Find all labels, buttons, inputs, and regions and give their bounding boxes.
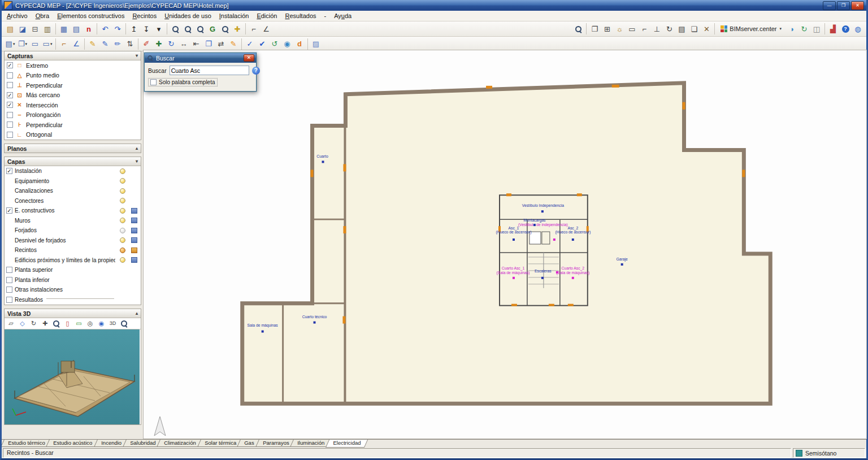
reports-icon[interactable]: ▦ bbox=[58, 23, 70, 35]
layer-forjados[interactable]: Forjados bbox=[5, 225, 141, 236]
resources-icon[interactable]: ▟ bbox=[827, 23, 839, 35]
chevron-up-icon[interactable]: ▴ bbox=[136, 311, 138, 316]
regen-views-icon[interactable]: ↻ bbox=[663, 23, 675, 35]
web-icon[interactable]: ◍ bbox=[852, 23, 864, 35]
floor-up-icon[interactable]: ↥ bbox=[128, 23, 140, 35]
zoom-region-icon[interactable] bbox=[169, 23, 181, 35]
zoom-extents-icon[interactable] bbox=[194, 23, 206, 35]
measure-icon[interactable]: ↔ bbox=[177, 38, 190, 50]
panel-vista3d-header[interactable]: Vista 3D ▴ bbox=[5, 309, 141, 318]
lightbulb-icon[interactable] bbox=[120, 228, 125, 233]
room-marker[interactable] bbox=[513, 238, 515, 241]
lightbulb-icon[interactable] bbox=[120, 208, 125, 214]
checkbox[interactable] bbox=[6, 287, 12, 293]
panels-icon[interactable]: ▤ bbox=[675, 23, 688, 35]
reference-edges-icon[interactable]: ⌐ bbox=[248, 23, 260, 35]
layer-e-constructivos[interactable]: ✓E. constructivos bbox=[5, 206, 141, 216]
image-icon[interactable]: ▨ bbox=[310, 38, 322, 50]
checkbox[interactable] bbox=[7, 112, 13, 118]
view-config-icon[interactable]: ▭▾ bbox=[41, 38, 54, 50]
letter-n-icon[interactable]: n bbox=[83, 23, 95, 35]
solid-box-icon[interactable] bbox=[131, 257, 137, 263]
checkbox[interactable]: ✓ bbox=[6, 207, 12, 214]
mode-3d-icon[interactable]: 3D bbox=[107, 319, 118, 328]
drawings-icon[interactable]: ▤ bbox=[70, 23, 83, 35]
checkbox[interactable] bbox=[6, 297, 12, 303]
sync-icon[interactable]: ↻ bbox=[798, 23, 810, 35]
room-marker[interactable] bbox=[533, 224, 536, 226]
menu-obra[interactable]: Obra bbox=[32, 12, 53, 20]
help-icon[interactable]: ? bbox=[839, 23, 852, 35]
print-icon[interactable]: ⊟ bbox=[29, 23, 41, 35]
maximize-button[interactable]: ❐ bbox=[837, 1, 850, 10]
lightbulb-icon[interactable] bbox=[120, 257, 125, 263]
capture-prolongaci-n[interactable]: ┄Prolongación bbox=[5, 110, 141, 120]
tab-electricidad[interactable]: Electricidad bbox=[326, 440, 368, 448]
checkbox[interactable] bbox=[7, 72, 13, 79]
layer-otras-instalaciones[interactable]: Otras instalaciones bbox=[5, 285, 141, 295]
minimize-button[interactable]: — bbox=[823, 1, 836, 10]
copy-icon[interactable]: ❐ bbox=[202, 38, 215, 50]
check-icon[interactable]: ✓ bbox=[244, 38, 256, 50]
tab-solar-t-rmica[interactable]: Solar térmica bbox=[197, 440, 244, 447]
panel-capturas-header[interactable]: Capturas ▾ bbox=[5, 51, 141, 60]
floor-indicator[interactable]: Semisótano bbox=[793, 448, 865, 458]
lightbulb-icon[interactable] bbox=[120, 218, 125, 223]
menu-instalaci-n[interactable]: Instalación bbox=[215, 12, 253, 20]
projection-icon[interactable]: ▱ bbox=[6, 319, 16, 328]
view-window-icon[interactable]: ▭ bbox=[29, 38, 41, 50]
layer-conectores[interactable]: Conectores bbox=[5, 196, 141, 206]
raise-element-icon[interactable]: ✎ bbox=[99, 38, 111, 50]
menu-ayuda[interactable]: Ayuda bbox=[330, 12, 355, 20]
chevron-up-icon[interactable]: ▴ bbox=[136, 146, 138, 151]
whole-word-option[interactable]: Solo palabra completa bbox=[148, 78, 218, 86]
lightbulb-icon[interactable] bbox=[120, 198, 125, 203]
tab-estudio-ac-stico[interactable]: Estudio acústico bbox=[46, 440, 100, 447]
floor-down-icon[interactable]: ↧ bbox=[140, 23, 153, 35]
tab-climatizaci-n[interactable]: Climatización bbox=[157, 440, 203, 447]
tools-icon[interactable]: ✕ bbox=[700, 23, 713, 35]
lightbulb-icon[interactable] bbox=[120, 188, 125, 194]
room-marker[interactable] bbox=[553, 238, 555, 241]
shield-icon[interactable]: ◇ bbox=[17, 319, 28, 328]
room-marker[interactable] bbox=[556, 271, 558, 274]
menu-archivo[interactable]: Archivo bbox=[3, 12, 32, 20]
solid-box-icon[interactable] bbox=[131, 228, 137, 233]
layer-resultados[interactable]: Resultados bbox=[5, 295, 141, 305]
lower-element-icon[interactable]: ✏ bbox=[111, 38, 124, 50]
checkbox[interactable]: ✓ bbox=[7, 102, 13, 108]
screens-icon[interactable]: ▭ bbox=[626, 23, 638, 35]
edit-info-icon[interactable]: ✎ bbox=[227, 38, 240, 50]
save-icon[interactable]: ◪ bbox=[16, 23, 29, 35]
lightbulb-icon[interactable] bbox=[120, 248, 125, 253]
new-window-icon[interactable]: ❐ bbox=[588, 23, 601, 35]
job-plans-icon[interactable]: ▤ bbox=[4, 23, 16, 35]
pan-icon[interactable]: ✚ bbox=[231, 23, 244, 35]
share-icon[interactable]: ◑ bbox=[785, 23, 798, 35]
heights-icon[interactable]: ⇅ bbox=[124, 38, 136, 50]
checkbox[interactable] bbox=[7, 82, 13, 88]
find-icon[interactable] bbox=[572, 23, 584, 35]
solid-box-icon[interactable] bbox=[131, 237, 137, 243]
room-marker[interactable] bbox=[513, 277, 515, 279]
edit-draw-icon[interactable]: ✎ bbox=[86, 38, 99, 50]
layer-planta-inferior[interactable]: Planta inferior bbox=[5, 275, 141, 285]
capture-extremo[interactable]: ✓□Extremo bbox=[5, 60, 141, 71]
room-marker[interactable] bbox=[322, 160, 324, 163]
guides-icon[interactable]: ⌐ bbox=[638, 23, 650, 35]
solid-box-icon[interactable] bbox=[131, 218, 137, 223]
floor-select-icon[interactable]: ▾ bbox=[153, 23, 165, 35]
search-3d-icon[interactable] bbox=[119, 319, 129, 328]
panel-capas-header[interactable]: Capas ▾ bbox=[5, 157, 141, 166]
move-icon[interactable]: ✚ bbox=[153, 38, 165, 50]
room-marker[interactable] bbox=[262, 331, 264, 333]
lightbulb-icon[interactable] bbox=[120, 237, 125, 243]
lightbulb-icon[interactable] bbox=[120, 168, 125, 174]
menu-resultados[interactable]: Resultados bbox=[281, 12, 320, 20]
room-marker[interactable] bbox=[572, 277, 574, 279]
draw-angle-icon[interactable]: ∠ bbox=[70, 38, 83, 50]
zoom-in-icon[interactable] bbox=[181, 23, 194, 35]
room-marker[interactable] bbox=[314, 322, 316, 324]
checkbox[interactable]: ✓ bbox=[6, 168, 12, 174]
solid-box-icon[interactable] bbox=[131, 208, 137, 214]
